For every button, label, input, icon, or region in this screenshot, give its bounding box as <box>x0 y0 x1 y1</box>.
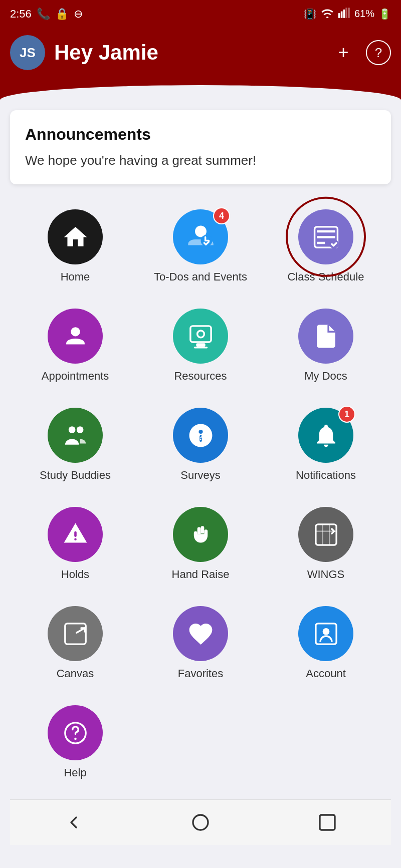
svg-rect-9 <box>190 326 211 342</box>
svg-point-16 <box>76 426 83 433</box>
grid-item-my-docs[interactable]: My Docs <box>266 299 386 393</box>
grid-item-account[interactable]: Account <box>266 596 386 690</box>
grid-item-study-buddies[interactable]: Study Buddies <box>15 398 135 492</box>
svg-point-30 <box>193 815 208 830</box>
back-icon <box>64 812 84 832</box>
grid-item-appointments[interactable]: Appointments <box>15 299 135 393</box>
svg-rect-20 <box>74 531 77 537</box>
svg-rect-4 <box>348 8 350 18</box>
time: 2:56 <box>10 8 32 21</box>
help-icon-circle <box>48 705 103 760</box>
announcements-title: Announcements <box>25 125 376 144</box>
status-bar: 2:56 📞 🔒 ⊖ 📳 61% 🔋 <box>0 0 401 28</box>
back-button[interactable] <box>59 807 89 837</box>
vibrate-icon: 📳 <box>304 8 316 20</box>
favorites-icon-circle <box>173 606 228 661</box>
favorites-icon <box>187 620 215 648</box>
class-schedule-icon-circle <box>298 209 353 264</box>
appointments-icon <box>62 323 89 350</box>
grid-item-notifications[interactable]: 1 Notifications <box>266 398 386 492</box>
notifications-icon <box>312 422 340 449</box>
class-schedule-label: Class Schedule <box>288 270 364 283</box>
grid-item-wings[interactable]: WINGS <box>266 497 386 591</box>
status-right: 📳 61% 🔋 <box>304 7 391 21</box>
announcements-message: We hope you're having a great summer! <box>25 151 376 169</box>
grid-item-favorites[interactable]: Favorites <box>140 596 261 690</box>
header-actions: + ? <box>331 40 391 65</box>
help-icon <box>62 719 89 747</box>
resources-icon-circle <box>173 309 228 364</box>
surveys-icon: ? <box>187 422 215 449</box>
notifications-label: Notifications <box>296 469 356 482</box>
svg-rect-11 <box>196 343 205 347</box>
header-greeting: Hey Jamie <box>54 41 158 65</box>
surveys-icon-circle: ? <box>173 408 228 463</box>
account-icon-circle <box>298 606 353 661</box>
resources-label: Resources <box>174 370 227 383</box>
grid-item-surveys[interactable]: ? Surveys <box>140 398 261 492</box>
study-buddies-label: Study Buddies <box>40 469 111 482</box>
svg-rect-12 <box>193 347 208 348</box>
svg-rect-1 <box>341 12 343 18</box>
grid-item-resources[interactable]: Resources <box>140 299 261 393</box>
battery-text: 61% <box>354 8 374 20</box>
avatar: JS <box>10 35 45 70</box>
svg-rect-0 <box>338 13 340 18</box>
svg-point-27 <box>322 628 329 635</box>
my-docs-label: My Docs <box>304 370 347 383</box>
svg-point-21 <box>74 538 77 540</box>
class-schedule-icon <box>312 223 340 251</box>
study-buddies-icon-circle <box>48 408 103 463</box>
resources-icon <box>187 323 215 350</box>
todos-icon-circle: 4 <box>173 209 228 264</box>
home-icon-circle <box>48 209 103 264</box>
header-curve <box>0 85 401 100</box>
holds-icon-circle <box>48 507 103 562</box>
notifications-icon-circle: 1 <box>298 408 353 463</box>
home-icon <box>62 223 89 251</box>
svg-point-10 <box>197 331 204 338</box>
svg-text:?: ? <box>197 432 203 442</box>
holds-icon <box>62 521 89 548</box>
grid-item-holds[interactable]: Holds <box>15 497 135 591</box>
hand-raise-icon-circle <box>173 507 228 562</box>
holds-label: Holds <box>61 568 89 581</box>
wings-label: WINGS <box>307 568 345 581</box>
home-nav-button[interactable] <box>185 807 216 837</box>
canvas-icon <box>62 620 89 648</box>
grid-item-canvas[interactable]: Canvas <box>15 596 135 690</box>
grid-item-home[interactable]: Home <box>15 199 135 294</box>
svg-point-8 <box>71 327 80 336</box>
svg-point-15 <box>68 426 75 433</box>
todos-label: To-Dos and Events <box>154 270 247 283</box>
study-buddies-icon <box>62 422 89 449</box>
svg-rect-24 <box>65 624 85 644</box>
grid-item-hand-raise[interactable]: Hand Raise <box>140 497 261 591</box>
help-button[interactable]: ? <box>366 40 391 65</box>
battery-icon: 🔋 <box>378 8 391 20</box>
my-docs-icon <box>312 323 340 350</box>
grid-item-class-schedule[interactable]: Class Schedule <box>266 199 386 294</box>
signal-icon <box>338 7 350 21</box>
grid-item-help[interactable]: Help <box>15 695 135 789</box>
hand-raise-icon <box>187 521 215 548</box>
help-label: Help <box>64 766 86 779</box>
appointments-label: Appointments <box>42 370 109 383</box>
add-button[interactable]: + <box>331 40 356 65</box>
favorites-label: Favorites <box>178 667 223 680</box>
todos-badge: 4 <box>213 207 230 224</box>
header-left: JS Hey Jamie <box>10 35 158 70</box>
main-content: Announcements We hope you're having a gr… <box>0 100 401 855</box>
announcements-card: Announcements We hope you're having a gr… <box>10 110 391 184</box>
canvas-icon-circle <box>48 606 103 661</box>
dnd-icon: ⊖ <box>74 8 83 21</box>
grid-item-todos[interactable]: 4 To-Dos and Events <box>140 199 261 294</box>
lock-icon: 🔒 <box>55 8 69 21</box>
app-grid: Home 4 To-Dos and Events <box>10 199 391 789</box>
status-left: 2:56 📞 🔒 ⊖ <box>10 8 83 21</box>
wifi-icon <box>320 7 334 21</box>
recent-apps-button[interactable] <box>312 807 342 837</box>
hand-raise-label: Hand Raise <box>172 568 230 581</box>
svg-rect-2 <box>343 10 345 18</box>
my-docs-icon-circle <box>298 309 353 364</box>
